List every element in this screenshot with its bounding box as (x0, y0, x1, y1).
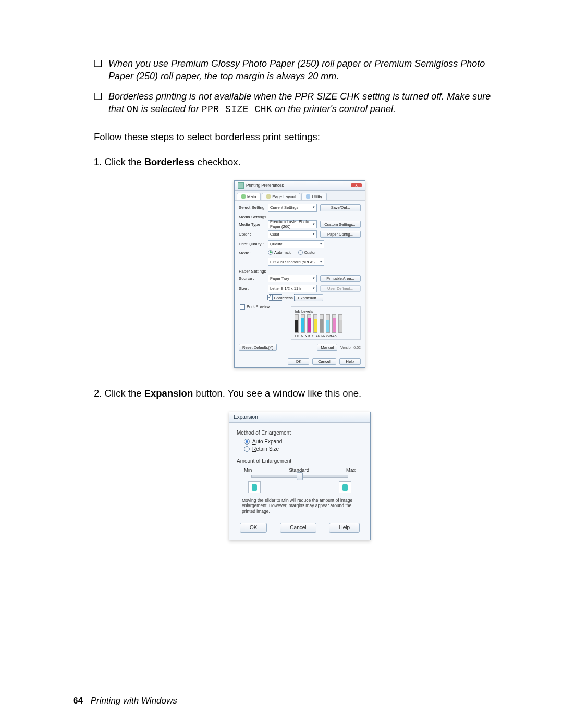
step-bold: Borderless (144, 156, 195, 167)
tab-main[interactable]: Main (237, 193, 261, 200)
note-fragment: on the printer's control panel. (272, 104, 396, 114)
notes-list: ❏ When you use Premium Glossy Photo Pape… (94, 57, 506, 116)
ink-bar-y (313, 314, 317, 333)
combo-value: Current Settings (270, 205, 298, 210)
footer-section: Printing with Windows (91, 696, 177, 706)
ink-bar-vm (307, 314, 311, 333)
source-combo[interactable]: Paper Tray▾ (268, 275, 317, 282)
preview-min-icon (248, 481, 261, 493)
save-del-button[interactable]: Save/Del... (320, 204, 361, 211)
print-quality-label: Print Quality : (239, 242, 268, 246)
slider-hint-text: Moving the slider to Min will reduce the… (242, 498, 358, 514)
code-text: PPR SIZE CHK (202, 104, 273, 115)
slider-thumb[interactable] (297, 472, 303, 480)
paper-settings-label: Paper Settings (239, 269, 361, 274)
select-setting-combo[interactable]: Current Settings▾ (268, 204, 317, 212)
media-type-combo[interactable]: Premium Luster Photo Paper (260)▾ (268, 220, 317, 228)
tab-utility[interactable]: Utility (301, 193, 327, 200)
printing-preferences-dialog: Printing Preferences X Main Page Layout … (234, 180, 365, 368)
printable-area-button[interactable]: Printable Area... (320, 275, 361, 282)
ink-bar-llk (338, 314, 342, 333)
radio-icon (244, 446, 250, 452)
chevron-down-icon: ▾ (313, 286, 315, 290)
combo-value: Premium Luster Photo Paper (260) (270, 219, 313, 229)
cancel-button[interactable]: Cancel (312, 358, 336, 365)
source-label: Source : (239, 276, 268, 281)
radio-label: Retain Size (252, 446, 279, 452)
note-text: Borderless printing is not available whe… (108, 90, 506, 116)
print-preview-checkbox[interactable]: Print Preview (239, 304, 271, 310)
note-fragment: is selected for (139, 104, 202, 114)
combo-value: Letter 8 1/2 x 11 in (270, 286, 302, 291)
mode-custom-radio[interactable]: Custom (298, 250, 318, 255)
radio-label: Automatic (274, 250, 291, 255)
tab-label: Utility (312, 194, 322, 199)
page-footer: 64 Printing with Windows (73, 696, 177, 706)
tab-strip: Main Page Layout Utility (235, 191, 365, 201)
select-setting-label: Select Setting : (239, 205, 268, 210)
tab-main-icon (241, 194, 246, 199)
borderless-checkbox[interactable]: Borderless (266, 294, 295, 301)
intro-paragraph: Follow these steps to select borderless … (94, 130, 506, 144)
auto-expand-radio[interactable]: Auto Expand (244, 439, 363, 445)
slider-min-label: Min (244, 467, 252, 473)
ink-levels-panel: Ink Levels PKCVMYLKLCVLMLLK (291, 306, 361, 340)
ink-label: LLK (331, 334, 336, 337)
mode-automatic-radio[interactable]: Automatic (268, 250, 291, 255)
note-text: When you use Premium Glossy Photo Paper … (108, 57, 506, 83)
mode-label: Mode : (239, 251, 268, 255)
size-combo[interactable]: Letter 8 1/2 x 11 in▾ (268, 285, 317, 292)
combo-value: EPSON Standard (sRGB) (270, 260, 315, 264)
ink-label: Y (310, 334, 315, 337)
reset-defaults-button[interactable]: Reset Defaults(Y) (239, 344, 277, 351)
print-quality-combo[interactable]: Quality▾ (268, 240, 324, 248)
ink-bar-pk (295, 314, 299, 333)
combo-value: Color (270, 232, 279, 237)
note-item: ❏ Borderless printing is not available w… (94, 90, 506, 116)
ok-button[interactable]: OK (240, 523, 267, 533)
method-of-enlargement-label: Method of Enlargement (237, 430, 363, 436)
size-label: Size : (239, 286, 268, 291)
color-combo[interactable]: Color▾ (268, 230, 317, 238)
step-fragment: 2. Click the (94, 388, 144, 399)
amount-of-enlargement-label: Amount of Enlargement (237, 458, 363, 464)
mode-profile-combo[interactable]: EPSON Standard (sRGB)▾ (268, 258, 324, 266)
bullet-icon: ❏ (94, 57, 108, 83)
bullet-icon: ❏ (94, 90, 108, 116)
tab-label: Page Layout (272, 194, 296, 199)
chevron-down-icon: ▾ (320, 242, 322, 246)
ok-button[interactable]: OK (288, 358, 309, 365)
step-bold: Expansion (144, 388, 193, 399)
custom-settings-button[interactable]: Custom Settings... (320, 221, 361, 228)
dialog-title: Expansion (234, 414, 258, 420)
retain-size-radio[interactable]: Retain Size (244, 446, 363, 452)
radio-icon (298, 250, 303, 255)
ink-bar-lk (320, 314, 324, 333)
manual-button[interactable]: Manual (317, 344, 337, 351)
chevron-down-icon: ▾ (313, 232, 315, 236)
combo-value: Quality (270, 242, 282, 246)
tab-utility-icon (306, 194, 310, 199)
ink-label: LC (321, 334, 326, 337)
paper-config-button[interactable]: Paper Config... (320, 231, 361, 238)
ink-label: VM (305, 334, 310, 337)
user-defined-button[interactable]: User Defined... (320, 285, 361, 292)
enlargement-slider[interactable] (251, 475, 348, 478)
preview-max-icon (339, 481, 351, 493)
expansion-button[interactable]: Expansion... (295, 294, 323, 301)
tab-page-layout[interactable]: Page Layout (262, 193, 300, 200)
checkbox-icon (240, 304, 245, 310)
help-button[interactable]: Help (329, 523, 360, 533)
radio-label: Custom (304, 250, 318, 255)
cancel-button[interactable]: Cancel (280, 523, 316, 533)
dialog-titlebar: Expansion (229, 412, 370, 423)
checkbox-icon (267, 295, 273, 300)
note-item: ❏ When you use Premium Glossy Photo Pape… (94, 57, 506, 83)
radio-icon (268, 250, 273, 255)
help-button[interactable]: Help (339, 358, 361, 365)
step-fragment: 1. Click the (94, 156, 144, 167)
color-label: Color : (239, 232, 268, 237)
close-button[interactable]: X (351, 183, 362, 187)
ink-bar-c (301, 314, 305, 333)
ink-label: LK (315, 334, 321, 337)
